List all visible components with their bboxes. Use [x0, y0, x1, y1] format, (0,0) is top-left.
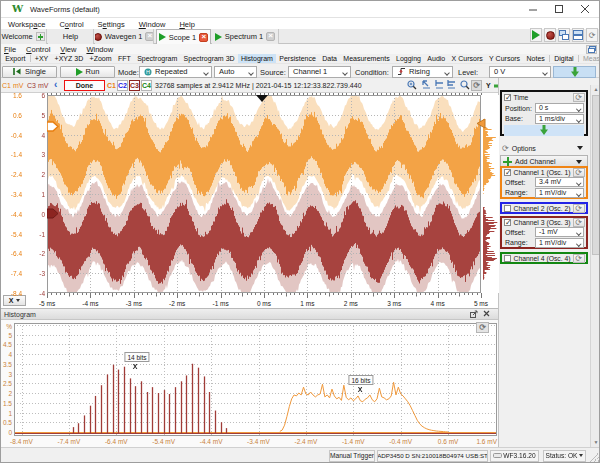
- time-checkbox[interactable]: [504, 94, 511, 101]
- menu-workspace[interactable]: Workspace: [1, 18, 52, 29]
- apply-level-button[interactable]: [553, 66, 596, 78]
- zoom-x-icon[interactable]: [435, 80, 444, 90]
- time-lock-icon[interactable]: ⟳: [573, 93, 585, 102]
- menu-control[interactable]: Control: [52, 18, 90, 29]
- toolbar-item-logging[interactable]: Logging: [393, 54, 424, 63]
- histogram-panel-header[interactable]: Histogram: [0, 309, 498, 320]
- record-icon[interactable]: [544, 28, 556, 42]
- tab-close-icon[interactable]: ×: [266, 32, 275, 41]
- channel-1-offset-select[interactable]: 3.4 mV: [535, 177, 584, 187]
- cascade-windows-icon[interactable]: [558, 28, 570, 42]
- zoom-select-icon[interactable]: [422, 80, 431, 90]
- scope-menu-control[interactable]: Control: [22, 44, 56, 54]
- tab-welcome[interactable]: Welcome: [0, 29, 47, 44]
- channel-4-lock-icon[interactable]: ⟳: [573, 254, 585, 263]
- scroll-up-icon[interactable]: ▲: [592, 85, 600, 94]
- undock-panel-icon[interactable]: [469, 310, 478, 319]
- base-select[interactable]: 1 ms/div: [535, 114, 584, 124]
- trigger-level-marker[interactable]: [476, 118, 486, 130]
- channel-c4-button[interactable]: C4: [141, 80, 152, 91]
- tab-close-icon[interactable]: ×: [145, 32, 154, 41]
- toolbar-item-digital[interactable]: Digital: [551, 54, 577, 63]
- toolbar-item-measurements[interactable]: Measurements: [340, 54, 393, 63]
- channel-1-lock-icon[interactable]: ⟳: [573, 168, 585, 177]
- channel-3-range-select[interactable]: 1 mV/div: [535, 238, 584, 248]
- time-apply-area[interactable]: [504, 125, 584, 136]
- toolbar-item-spectrogram[interactable]: Spectrogram: [134, 54, 180, 63]
- options-row[interactable]: ⟳ Options: [500, 142, 588, 154]
- tab-wavegen-1[interactable]: Wavegen 1×: [95, 29, 154, 44]
- level-input[interactable]: 0 V: [489, 66, 551, 78]
- run-button[interactable]: Run: [60, 66, 115, 78]
- add-icon[interactable]: [36, 32, 45, 41]
- toolbar-item--zoom[interactable]: +Zoom: [86, 54, 114, 63]
- zoom-out-icon[interactable]: [460, 80, 470, 91]
- toolbar-item-audio[interactable]: Audio: [424, 54, 448, 63]
- menu-settings[interactable]: Settings: [91, 18, 132, 29]
- toolbar-item-spectrogram-3d[interactable]: Spectrogram 3D: [180, 54, 237, 63]
- zoom-in-icon[interactable]: [407, 80, 417, 91]
- settings-scrollbar[interactable]: ▲ ▼: [590, 85, 600, 447]
- toolbar-item-export[interactable]: Export: [2, 54, 29, 63]
- toolbar-item-notes[interactable]: Notes: [523, 54, 548, 63]
- position-select[interactable]: 0 s: [535, 103, 584, 113]
- toolbar-item-persistence[interactable]: Persistence: [276, 54, 319, 63]
- scope-waveform-canvas[interactable]: [47, 95, 481, 293]
- scroll-down-icon[interactable]: ▼: [592, 438, 600, 447]
- scrollbar-thumb[interactable]: [592, 95, 600, 255]
- toolbar-item-histogram[interactable]: Histogram: [238, 54, 276, 63]
- done-status-button[interactable]: Done: [64, 80, 105, 91]
- collapse-left-icon[interactable]: ‹: [54, 79, 57, 90]
- x-axis-button[interactable]: X: [3, 295, 26, 306]
- autoscale-icon[interactable]: ⟳: [471, 80, 482, 91]
- tab-close-icon[interactable]: ×: [199, 33, 208, 42]
- toolbar-item--xyz-3d[interactable]: +XYZ 3D: [51, 54, 86, 63]
- channel-2-checkbox[interactable]: [504, 205, 511, 212]
- toolbar-item-x-cursors[interactable]: X Cursors: [448, 54, 486, 63]
- toolbar-item-data[interactable]: Data: [319, 54, 340, 63]
- tile-windows-icon[interactable]: [572, 28, 584, 42]
- minimize-button[interactable]: [520, 0, 546, 17]
- channel-1-range-select[interactable]: 1 mV/div: [535, 188, 584, 198]
- resize-grip[interactable]: [589, 452, 599, 462]
- scope-menu-window[interactable]: Window: [82, 44, 119, 54]
- channel-1-checkbox[interactable]: [504, 169, 511, 176]
- maximize-button[interactable]: [546, 0, 572, 17]
- histogram-canvas[interactable]: [14, 323, 497, 436]
- help-swirl-icon[interactable]: ⟳: [586, 28, 598, 42]
- zoom-y-icon[interactable]: [447, 80, 456, 90]
- annotation-14-bits[interactable]: 14 bits: [124, 352, 149, 362]
- channel-3-lock-icon[interactable]: ⟳: [573, 218, 585, 227]
- channel-c1-button[interactable]: C1: [107, 82, 116, 89]
- close-button[interactable]: [572, 0, 598, 17]
- toolbar-item-measurements-disabled[interactable]: Measurements: [580, 54, 600, 63]
- channel-2-lock-icon[interactable]: ⟳: [573, 204, 585, 213]
- mode-select[interactable]: H Repeated: [139, 66, 212, 78]
- menu-window[interactable]: Window: [132, 18, 173, 29]
- channel-c2-button[interactable]: C2: [117, 80, 128, 91]
- channel-c3-button[interactable]: C3: [129, 80, 140, 91]
- c3-offset-marker[interactable]: [47, 208, 59, 220]
- run-all-icon[interactable]: [530, 28, 542, 42]
- trigger-auto-select[interactable]: Auto: [214, 66, 257, 78]
- tab-scope-1[interactable]: Scope 1×: [156, 29, 211, 44]
- annotation-16-bits[interactable]: 16 bits: [348, 375, 373, 385]
- status-ok[interactable]: Status: OK: [543, 450, 586, 462]
- source-select[interactable]: Channel 1: [288, 66, 351, 78]
- scope-menu-view[interactable]: View: [56, 44, 82, 54]
- y-axis-button[interactable]: Y: [486, 82, 491, 89]
- trigger-position-marker[interactable]: [256, 95, 268, 102]
- toolbar-item--xy[interactable]: +XY: [32, 54, 52, 63]
- channel-3-checkbox[interactable]: [504, 219, 511, 226]
- channel-3-offset-select[interactable]: -1 mV: [535, 227, 584, 237]
- toolbar-item-y-cursors[interactable]: Y Cursors: [486, 54, 523, 63]
- menu-help[interactable]: Help: [172, 18, 201, 29]
- scope-menu-file[interactable]: File: [0, 44, 22, 54]
- single-button[interactable]: Single: [2, 66, 57, 78]
- tab-spectrum-1[interactable]: Spectrum 1×: [212, 29, 279, 44]
- close-panel-icon[interactable]: [482, 310, 491, 319]
- channel-4-checkbox[interactable]: [504, 255, 511, 262]
- restore-window-icon[interactable]: [586, 45, 597, 54]
- histogram-lock-icon[interactable]: ⟳: [476, 322, 489, 333]
- condition-select[interactable]: Rising: [392, 66, 453, 78]
